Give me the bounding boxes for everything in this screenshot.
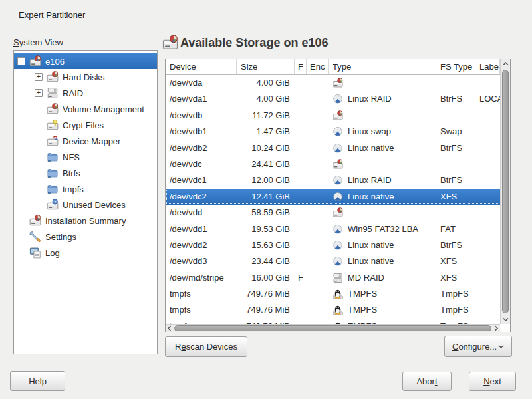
- sidebar-item-e106[interactable]: −e106: [14, 53, 157, 69]
- cell-device: /dev/vda: [166, 75, 237, 91]
- sidebar-item-label: Hard Disks: [63, 72, 105, 82]
- cell-device: /dev/vdd1: [166, 221, 237, 237]
- partition-pie-icon: [332, 175, 343, 186]
- cell-size: 15.63 GiB: [237, 237, 295, 253]
- cell-size: 11.72 GiB: [237, 108, 295, 124]
- sidebar-item-volume-management[interactable]: Volume Management: [14, 101, 157, 117]
- vertical-scrollbar-thumb[interactable]: [502, 70, 509, 313]
- table-row[interactable]: /dev/vdd215.63 GiBLinux nativeBtrFS: [166, 237, 500, 253]
- sidebar-item-btrfs[interactable]: Btrfs: [14, 165, 157, 181]
- cell-device: tmpfs: [166, 286, 237, 302]
- cell-label: [477, 108, 500, 124]
- cell-type: Linux native: [329, 189, 436, 205]
- sidebar-item-tmpfs[interactable]: tmpfs: [14, 181, 157, 197]
- sidebar-item-device-mapper[interactable]: Device Mapper: [14, 133, 157, 149]
- cell-device: /dev/vda1: [166, 91, 237, 107]
- cell-device: /dev/vdc1: [166, 172, 237, 188]
- scroll-right-icon[interactable]: [492, 325, 500, 332]
- help-button[interactable]: Help: [10, 371, 65, 391]
- cell-size: 4.00 GiB: [237, 75, 295, 91]
- column-header-enc[interactable]: Enc: [307, 59, 329, 74]
- cell-type: TMPFS: [329, 319, 436, 324]
- sidebar-item-raid[interactable]: +RAID: [14, 85, 157, 101]
- partition-pie-icon: [332, 143, 343, 154]
- cell-device: /dev/vdd2: [166, 237, 237, 253]
- column-header-f[interactable]: F: [295, 59, 307, 74]
- cell-f: [295, 140, 307, 156]
- cell-device: /dev/vdb1: [166, 124, 237, 140]
- sidebar-item-label: NFS: [63, 152, 80, 162]
- horizontal-scrollbar[interactable]: [166, 324, 500, 332]
- table-row[interactable]: tmpfs749.76 MiBTMPFSTmpFS: [166, 286, 500, 302]
- table-row[interactable]: tmpfs749.76 MiBTMPFSTmpFS: [166, 319, 500, 324]
- table-row[interactable]: /dev/vdb11.47 GiBLinux swapSwap: [166, 124, 500, 140]
- sidebar-item-crypt-files[interactable]: Crypt Files: [14, 117, 157, 133]
- sidebar-item-hard-disks[interactable]: +Hard Disks: [14, 69, 157, 85]
- cell-label: [477, 270, 500, 286]
- column-header-size[interactable]: Size: [237, 59, 295, 74]
- vertical-scrollbar[interactable]: [500, 59, 510, 324]
- table-row[interactable]: /dev/vdd119.53 GiBWin95 FAT32 LBAFAT: [166, 221, 500, 237]
- raid-icon: [332, 273, 343, 283]
- horizontal-scrollbar-thumb[interactable]: [174, 325, 491, 331]
- table-row[interactable]: /dev/vdd58.59 GiB: [166, 205, 500, 221]
- sidebar-item-installation-summary[interactable]: Installation Summary: [14, 213, 157, 229]
- scroll-left-icon[interactable]: [166, 325, 174, 332]
- cell-device: /dev/vdd: [166, 205, 237, 221]
- cell-label: LOCAL: [477, 91, 500, 107]
- disk-partition-icon: [332, 207, 343, 218]
- table-row[interactable]: /dev/vdc24.41 GiB: [166, 156, 500, 172]
- table-row[interactable]: /dev/vdc112.00 GiBLinux RAIDBtrFS: [166, 172, 500, 188]
- cell-size: 10.24 GiB: [237, 140, 295, 156]
- cell-type: [329, 108, 436, 124]
- table-row[interactable]: /dev/vda4.00 GiB: [166, 75, 500, 91]
- configure-label: Configure...: [452, 342, 497, 352]
- expand-icon[interactable]: +: [35, 73, 43, 81]
- cell-type: Linux native: [329, 237, 436, 253]
- device-mapper-icon: [47, 135, 59, 147]
- partition-pie-icon: [332, 224, 343, 235]
- sidebar-item-log[interactable]: Log: [14, 245, 157, 261]
- configure-button[interactable]: Configure...: [444, 336, 512, 357]
- expand-icon[interactable]: +: [35, 89, 43, 97]
- type-label: Linux RAID: [348, 175, 392, 185]
- folder-network-icon: [47, 183, 59, 195]
- column-header-label[interactable]: Label: [477, 59, 500, 74]
- table-row[interactable]: /dev/md/stripe16.00 GiBFMD RAIDXFS: [166, 270, 500, 286]
- column-header-type[interactable]: Type: [329, 59, 436, 74]
- rescan-devices-button[interactable]: Rescan Devices: [165, 336, 247, 357]
- table-row[interactable]: tmpfs749.76 MiBTMPFSTmpFS: [166, 302, 500, 318]
- cell-f: [295, 237, 307, 253]
- sidebar-item-label: Unused Devices: [63, 200, 126, 210]
- collapse-icon[interactable]: −: [17, 57, 25, 65]
- cell-fs-type: [436, 205, 477, 221]
- cell-type: Win95 FAT32 LBA: [329, 221, 436, 237]
- table-row[interactable]: /dev/vdb11.72 GiB: [166, 108, 500, 124]
- scroll-up-icon[interactable]: [501, 59, 510, 68]
- cell-fs-type: XFS: [436, 270, 477, 286]
- cell-type: MD RAID: [329, 270, 436, 286]
- cell-f: [295, 253, 307, 269]
- sidebar-item-label: Volume Management: [63, 104, 144, 114]
- cell-device: /dev/vdc2: [166, 189, 237, 205]
- sidebar-item-nfs[interactable]: NFS: [14, 149, 157, 165]
- abort-button[interactable]: Abort: [402, 372, 452, 391]
- column-header-device[interactable]: Device: [166, 59, 237, 74]
- scroll-down-icon[interactable]: [501, 315, 510, 324]
- sidebar-item-settings[interactable]: Settings: [14, 229, 157, 245]
- table-row[interactable]: /dev/vdc212.41 GiBLinux nativeXFS: [166, 189, 500, 205]
- cell-enc: [307, 302, 329, 318]
- table-row[interactable]: /dev/vdb210.24 GiBLinux nativeBtrFS: [166, 140, 500, 156]
- cell-label: [477, 205, 500, 221]
- next-button[interactable]: Next: [469, 372, 516, 391]
- table-row[interactable]: /dev/vda14.00 GiBLinux RAIDBtrFSLOCAL: [166, 91, 500, 107]
- window-title: Expert Partitioner: [19, 10, 85, 20]
- sidebar-item-unused-devices[interactable]: ?Unused Devices: [14, 197, 157, 213]
- cell-fs-type: [436, 156, 477, 172]
- cell-enc: [307, 237, 329, 253]
- sidebar-item-label: Crypt Files: [63, 120, 104, 130]
- column-header-fs-type[interactable]: FS Type: [436, 59, 477, 74]
- cell-size: 749.76 MiB: [237, 286, 295, 302]
- system-view-tree: −e106+Hard Disks+RAIDVolume ManagementCr…: [13, 50, 158, 354]
- table-row[interactable]: /dev/vdd323.44 GiBLinux nativeXFS: [166, 253, 500, 269]
